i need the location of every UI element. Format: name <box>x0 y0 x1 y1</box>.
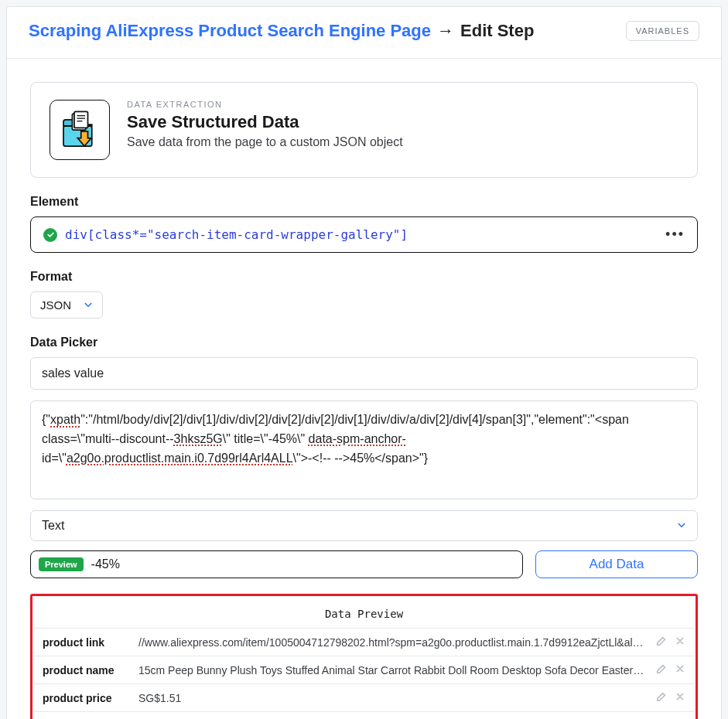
card-eyebrow: DATA EXTRACTION <box>127 100 403 109</box>
delete-icon[interactable] <box>675 636 685 649</box>
breadcrumb-link[interactable]: Scraping AliExpress Product Search Engin… <box>29 21 431 41</box>
data-preview-title: Data Preview <box>33 597 695 628</box>
chevron-down-icon <box>677 520 686 532</box>
delete-icon[interactable] <box>675 663 685 676</box>
preview-badge: Preview <box>39 557 84 571</box>
card-description: Save data from the page to a custom JSON… <box>127 135 403 149</box>
chevron-down-icon <box>84 298 93 312</box>
check-circle-icon <box>43 228 57 242</box>
more-icon[interactable]: ••• <box>665 227 685 243</box>
xpath-textarea[interactable]: {"xpath":"/html/body/div[2]/div[1]/div/d… <box>30 400 698 499</box>
preview-row: Preview -45% Add Data <box>30 550 698 578</box>
edit-icon[interactable] <box>656 691 667 704</box>
data-preview-section: Data Preview product link//www.aliexpres… <box>30 594 698 719</box>
save-data-icon <box>50 100 110 160</box>
panel-body: DATA EXTRACTION Save Structured Data Sav… <box>7 59 721 719</box>
add-data-button[interactable]: Add Data <box>535 550 698 578</box>
data-preview-value: //www.aliexpress.com/item/10050047127982… <box>138 636 645 649</box>
data-preview-row: product priceSG$1.51 <box>33 683 695 711</box>
data-name-input[interactable] <box>30 357 698 390</box>
card-text: DATA EXTRACTION Save Structured Data Sav… <box>127 100 403 149</box>
element-selector-text: div[class*="search-item-card-wrapper-gal… <box>65 227 408 242</box>
data-preview-row: product link//www.aliexpress.com/item/10… <box>33 628 695 656</box>
element-selector-field[interactable]: div[class*="search-item-card-wrapper-gal… <box>30 216 698 253</box>
preview-value: -45% <box>91 557 120 571</box>
step-type-card: DATA EXTRACTION Save Structured Data Sav… <box>30 82 698 178</box>
data-preview-key: product link <box>43 636 128 649</box>
panel-header: Scraping AliExpress Product Search Engin… <box>7 7 721 59</box>
breadcrumb-current: Edit Step <box>460 21 534 41</box>
extract-type-select[interactable]: Text <box>30 510 698 541</box>
variables-button[interactable]: VARIABLES <box>626 21 699 41</box>
edit-step-panel: Scraping AliExpress Product Search Engin… <box>6 6 722 719</box>
svg-rect-2 <box>74 111 88 128</box>
format-select[interactable]: JSON <box>30 291 103 319</box>
preview-field[interactable]: Preview -45% <box>30 550 523 578</box>
data-preview-key: product name <box>43 664 128 676</box>
edit-icon[interactable] <box>656 636 667 649</box>
element-label: Element <box>30 195 698 209</box>
extract-type-value: Text <box>42 519 64 533</box>
data-preview-row: product name15cm Peep Bunny Plush Toys S… <box>33 656 695 683</box>
breadcrumb: Scraping AliExpress Product Search Engin… <box>29 21 534 41</box>
data-preview-row: products sold131 sold <box>33 711 695 719</box>
format-value: JSON <box>40 298 71 312</box>
data-picker-label: Data Picker <box>30 336 698 349</box>
breadcrumb-arrow-icon: → <box>437 21 454 41</box>
data-preview-value: SG$1.51 <box>138 692 645 704</box>
delete-icon[interactable] <box>675 691 685 704</box>
card-title: Save Structured Data <box>127 112 403 132</box>
format-label: Format <box>30 270 698 284</box>
edit-icon[interactable] <box>656 663 667 676</box>
data-preview-value: 15cm Peep Bunny Plush Toys Stuffed Anima… <box>138 664 645 676</box>
data-preview-key: product price <box>43 692 128 704</box>
